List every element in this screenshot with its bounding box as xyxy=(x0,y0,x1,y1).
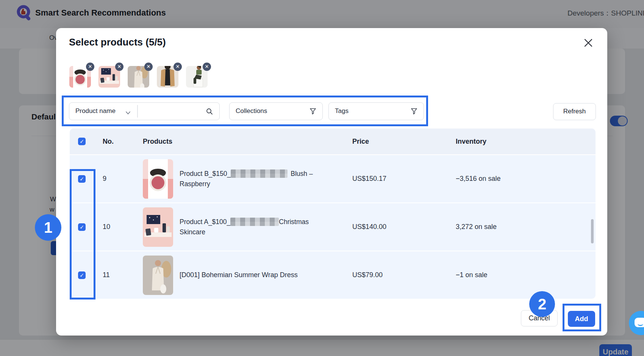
selected-product-thumb-jacket: ✕ xyxy=(157,66,178,88)
col-no: No. xyxy=(103,129,114,154)
search-icon[interactable] xyxy=(206,108,213,117)
refresh-button[interactable]: Refresh xyxy=(553,103,596,120)
annotation-step-1-badge: 1 xyxy=(35,214,61,241)
selected-product-thumb-dress: ✕ xyxy=(128,66,149,88)
col-price: Price xyxy=(352,129,369,154)
row-no: 9 xyxy=(103,155,106,202)
selected-product-thumb-model: ✕ xyxy=(186,66,208,88)
row-inventory: 3,272 on sale xyxy=(456,203,497,251)
row-price: US$140.00 xyxy=(352,203,386,251)
divider xyxy=(137,105,138,118)
redacted-text xyxy=(230,218,279,226)
row-checkbox[interactable]: ✓ xyxy=(78,155,86,202)
screen: Smart Search Recommendations Developers：… xyxy=(0,0,644,356)
collections-label: Collections xyxy=(236,107,267,115)
product-name: Product B_$150_Blush – Raspberry xyxy=(180,169,369,189)
col-products: Products xyxy=(143,129,172,154)
col-inventory: Inventory xyxy=(456,129,486,154)
product-name: Product A_$100_Christmas Skincare xyxy=(180,217,369,237)
collections-filter[interactable]: Collections xyxy=(229,102,323,120)
modal-title: Select products (5/5) xyxy=(69,36,166,48)
row-inventory: −3,516 on sale xyxy=(456,155,501,202)
table-row[interactable]: ✓ 9 Product B_$150_Blush – Raspberry US$… xyxy=(70,154,596,202)
select-all-checkbox[interactable]: ✓ xyxy=(78,129,86,154)
product-image-skincare xyxy=(143,207,173,247)
remove-icon[interactable]: ✕ xyxy=(203,63,211,71)
remove-icon[interactable]: ✕ xyxy=(86,63,94,71)
row-no: 10 xyxy=(103,203,110,251)
selected-product-thumb-blush: ✕ xyxy=(69,66,91,88)
chevron-down-icon[interactable] xyxy=(125,110,131,116)
product-name-select[interactable]: Product name xyxy=(75,107,116,115)
tags-filter[interactable]: Tags xyxy=(328,102,424,120)
product-image-dress xyxy=(143,256,173,295)
table-header: ✓ No. Products Price Inventory xyxy=(70,129,596,154)
search-input[interactable] xyxy=(141,105,203,118)
row-checkbox[interactable]: ✓ xyxy=(78,203,86,251)
filter-funnel-icon xyxy=(309,108,316,116)
product-search-combo: Product name xyxy=(69,102,220,120)
annotation-step-2-badge: 2 xyxy=(529,291,555,317)
tags-label: Tags xyxy=(335,107,349,115)
row-checkbox[interactable]: ✓ xyxy=(78,251,86,299)
row-inventory: −1 on sale xyxy=(456,251,488,299)
table-row[interactable]: ✓ 10 Product A_$100_Christmas Skincare U… xyxy=(70,202,596,251)
products-table: ✓ No. Products Price Inventory ✓ 9 Produ… xyxy=(70,129,596,299)
remove-icon[interactable]: ✕ xyxy=(144,63,153,71)
close-icon[interactable] xyxy=(582,36,595,49)
remove-icon[interactable]: ✕ xyxy=(174,63,182,71)
product-image-blush xyxy=(143,159,173,199)
remove-icon[interactable]: ✕ xyxy=(115,63,123,71)
add-button[interactable]: Add xyxy=(568,311,595,327)
product-name: [D001] Bohemian Summer Wrap Dress xyxy=(180,251,298,299)
table-scrollbar-thumb[interactable] xyxy=(591,219,594,243)
redacted-text xyxy=(231,169,288,178)
filter-funnel-icon xyxy=(411,108,417,116)
selected-product-thumb-skincare: ✕ xyxy=(98,66,120,88)
chat-smile-icon xyxy=(638,321,643,326)
row-no: 11 xyxy=(103,251,110,299)
table-row[interactable]: ✓ 11 [D001] Bohemian Summer Wrap Dress U… xyxy=(70,251,596,299)
row-price: US$150.17 xyxy=(352,155,386,202)
select-products-modal: Select products (5/5) ✕ ✕ xyxy=(56,28,607,336)
row-price: US$79.00 xyxy=(352,251,383,299)
